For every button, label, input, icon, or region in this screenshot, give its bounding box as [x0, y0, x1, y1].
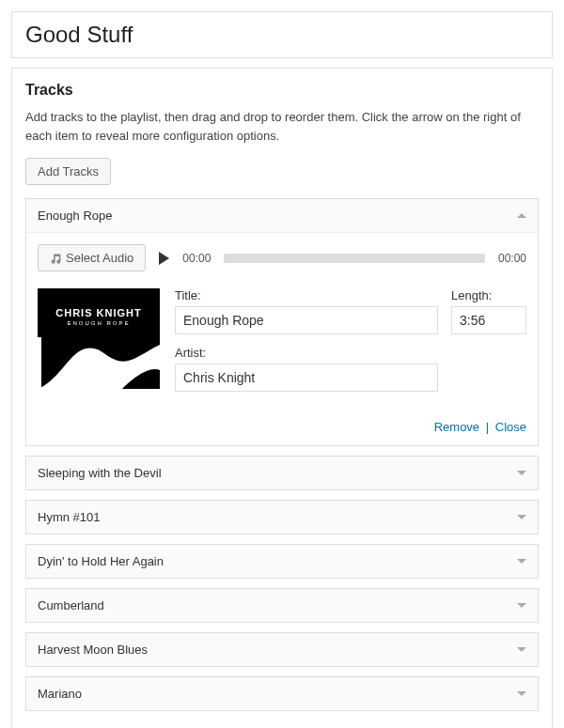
title-label: Title:	[175, 288, 438, 302]
track-name: Hymn #101	[38, 510, 100, 524]
track-item: Dyin' to Hold Her Again	[25, 544, 539, 579]
title-input[interactable]	[175, 306, 438, 334]
track-name: Sleeping with the Devil	[38, 466, 162, 480]
artist-input[interactable]	[175, 364, 438, 392]
track-header[interactable]: Mariano	[26, 677, 538, 710]
chevron-down-icon	[517, 515, 526, 519]
music-note-icon	[50, 252, 62, 264]
track-header[interactable]: Dyin' to Hold Her Again	[26, 545, 538, 578]
time-current: 00:00	[182, 252, 211, 265]
album-art-graphic	[38, 337, 160, 410]
album-art[interactable]: CHRIS KNIGHT ENOUGH ROPE	[38, 288, 160, 410]
svg-rect-0	[38, 337, 41, 410]
select-audio-button[interactable]: Select Audio	[38, 244, 146, 271]
track-item: Mariano	[25, 676, 539, 711]
progress-bar[interactable]	[224, 254, 485, 263]
chevron-down-icon	[517, 603, 526, 608]
time-total: 00:00	[498, 252, 526, 265]
length-input[interactable]	[451, 306, 526, 334]
track-item: Cumberland	[25, 588, 539, 623]
track-header[interactable]: Enough Rope	[26, 199, 538, 232]
panel-description: Add tracks to the playlist, then drag an…	[25, 108, 539, 145]
audio-controls: Select Audio 00:00 00:00	[38, 244, 526, 271]
chevron-down-icon	[517, 471, 526, 475]
track-header[interactable]: Sleeping with the Devil	[26, 457, 538, 489]
artist-label: Artist:	[175, 346, 438, 360]
track-body: Select Audio 00:00 00:00 CHRIS KNIGHT EN…	[26, 232, 538, 445]
track-item: Harvest Moon Blues	[25, 632, 539, 667]
track-name: Harvest Moon Blues	[38, 643, 148, 657]
track-item: Enough Rope Select Audio 00:00 00:00	[25, 198, 539, 446]
track-item: Hymn #101	[25, 500, 539, 534]
track-list: Enough Rope Select Audio 00:00 00:00	[25, 198, 539, 711]
track-name: Mariano	[38, 687, 82, 701]
track-name: Enough Rope	[38, 209, 113, 223]
track-name: Dyin' to Hold Her Again	[38, 554, 164, 568]
track-actions: Remove | Close	[38, 420, 526, 434]
chevron-down-icon	[517, 691, 526, 696]
track-name: Cumberland	[38, 598, 104, 612]
play-icon[interactable]	[159, 252, 169, 265]
track-header[interactable]: Harvest Moon Blues	[26, 633, 538, 666]
remove-link[interactable]: Remove	[434, 420, 479, 434]
add-tracks-button[interactable]: Add Tracks	[25, 158, 111, 185]
panel-heading: Tracks	[25, 82, 539, 99]
track-item: Sleeping with the Devil	[25, 456, 539, 490]
page-title-box: Good Stuff	[11, 11, 553, 58]
page-title: Good Stuff	[25, 22, 539, 48]
tracks-panel: Tracks Add tracks to the playlist, then …	[11, 68, 553, 728]
track-header[interactable]: Cumberland	[26, 589, 538, 622]
close-link[interactable]: Close	[495, 420, 526, 434]
track-header[interactable]: Hymn #101	[26, 501, 538, 534]
chevron-down-icon	[517, 647, 526, 652]
chevron-down-icon	[517, 559, 526, 564]
chevron-up-icon	[517, 213, 526, 218]
length-label: Length:	[451, 288, 526, 302]
